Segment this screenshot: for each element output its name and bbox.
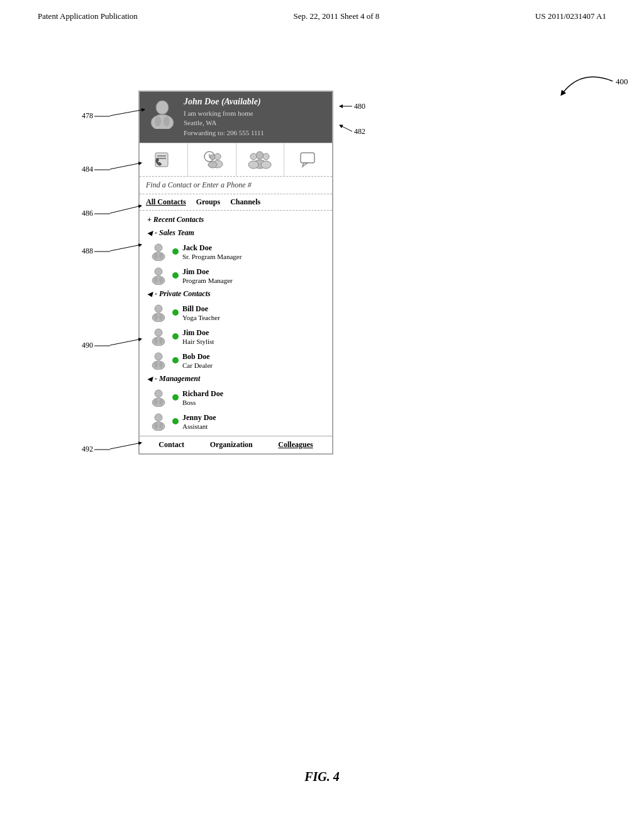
status-dot-richard: [172, 394, 179, 401]
svg-point-11: [214, 153, 221, 160]
group-private-contacts[interactable]: ◀ - Private Contacts: [140, 287, 332, 301]
contact-info-jack: Jack Doe Sr. Program Manager: [182, 243, 242, 260]
status-line-2: Seattle, WA: [184, 118, 326, 128]
contact-jack-doe[interactable]: Jack Doe Sr. Program Manager: [140, 240, 332, 263]
svg-point-34: [159, 314, 163, 320]
svg-line-54: [340, 125, 352, 131]
contact-title-bob: Car Dealer: [182, 362, 213, 369]
ref-400-arrow: 400: [531, 62, 631, 113]
svg-point-13: [210, 155, 215, 160]
svg-line-57: [110, 206, 142, 213]
contact-name-jim-sales: Jim Doe: [182, 267, 233, 277]
contact-jenny-avatar: [148, 411, 169, 431]
svg-point-4: [164, 116, 170, 126]
recent-contacts-icon[interactable]: [188, 143, 236, 176]
svg-point-17: [250, 153, 257, 160]
person-icon-jim-private: [149, 327, 168, 346]
contact-info-richard: Richard Doe Boss: [182, 389, 223, 406]
svg-point-39: [155, 353, 162, 360]
speech-bubble-icon: [299, 150, 318, 169]
contact-jim-avatar-private: [148, 326, 169, 346]
person-icon-richard: [149, 388, 168, 407]
svg-point-35: [155, 329, 162, 336]
group-management-arrow: ◀: [147, 375, 152, 382]
contact-info-jenny: Jenny Doe Assistant: [182, 413, 216, 430]
svg-point-45: [154, 399, 158, 405]
contact-bill-avatar: [148, 302, 169, 323]
svg-point-2: [151, 114, 174, 129]
ref-492-label: 492: [82, 445, 93, 453]
group-sales-team[interactable]: ◀ - Sales Team: [140, 226, 332, 240]
contacts-tabs-row: All Contacts Groups Channels: [140, 194, 332, 211]
svg-point-44: [152, 398, 165, 407]
contact-title-jack: Sr. Program Manager: [182, 253, 242, 260]
bottom-tab-colleagues[interactable]: Colleagues: [278, 440, 313, 450]
contact-jack-avatar: [148, 241, 169, 262]
group-management[interactable]: ◀ - Management: [140, 372, 332, 385]
group-sales-label: - Sales Team: [155, 228, 194, 238]
group-private-arrow: ◀: [147, 290, 152, 297]
contact-title-jenny: Assistant: [182, 423, 216, 430]
patent-left: Patent Application Publication: [38, 11, 138, 21]
status-dot-jenny: [172, 418, 179, 424]
contact-title-jim-sales: Program Manager: [182, 277, 233, 284]
user-name: John Doe (Available): [184, 97, 326, 107]
person-icon-jenny: [149, 412, 168, 431]
contact-jim-doe-sales[interactable]: Jim Doe Program Manager: [140, 263, 332, 287]
status-dot-jim-private: [172, 333, 179, 340]
group-sales-arrow: ◀: [147, 230, 152, 236]
contact-name-bob: Bob Doe: [182, 352, 213, 362]
person-icon-bob: [149, 351, 168, 370]
svg-point-30: [159, 277, 163, 283]
patent-right: US 2011/0231407 A1: [535, 11, 606, 21]
group-recent-contacts[interactable]: + Recent Contacts: [140, 213, 332, 226]
telephone-icon: [154, 150, 173, 169]
svg-point-27: [155, 268, 162, 275]
figure-label: FIG. 4: [0, 770, 644, 784]
group-people-icon: [247, 150, 272, 169]
contact-richard-doe[interactable]: Richard Doe Boss: [140, 385, 332, 409]
phone-frame: John Doe (Available) I am working from h…: [138, 91, 333, 455]
status-dot-bill: [172, 309, 179, 316]
search-label: Find a Contact or Enter a Phone #: [146, 180, 252, 189]
bottom-tab-contact[interactable]: Contact: [158, 440, 184, 450]
contact-jim-doe-private[interactable]: Jim Doe Hair Stylist: [140, 324, 332, 348]
contact-richard-avatar: [148, 387, 169, 407]
svg-point-41: [154, 362, 158, 368]
svg-point-32: [152, 313, 165, 322]
contact-bill-doe[interactable]: Bill Doe Yoga Teacher: [140, 301, 332, 324]
contact-name-bill: Bill Doe: [182, 304, 220, 314]
bottom-tab-organization[interactable]: Organization: [210, 440, 253, 450]
patent-center: Sep. 22, 2011 Sheet 4 of 8: [294, 11, 380, 21]
tab-channels[interactable]: Channels: [230, 197, 260, 207]
contact-info-jim-sales: Jim Doe Program Manager: [182, 267, 233, 284]
phone-action-icon[interactable]: [140, 143, 188, 176]
ref-480-label: 480: [354, 102, 365, 111]
chat-icon-cell[interactable]: [284, 143, 332, 176]
svg-point-36: [152, 337, 165, 346]
svg-point-49: [154, 423, 158, 429]
patent-header: Patent Application Publication Sep. 22, …: [0, 0, 644, 21]
groups-icon[interactable]: [236, 143, 285, 176]
ref-484-label: 484: [82, 165, 93, 174]
contact-name-richard: Richard Doe: [182, 389, 223, 399]
contact-bob-doe[interactable]: Bob Doe Car Dealer: [140, 348, 332, 372]
contact-jenny-doe[interactable]: Jenny Doe Assistant: [140, 409, 332, 433]
header-text-block: John Doe (Available) I am working from h…: [184, 97, 326, 138]
status-dot-jack: [172, 248, 179, 255]
svg-point-31: [155, 305, 162, 313]
svg-point-19: [263, 153, 269, 160]
search-bar[interactable]: Find a Contact or Enter a Phone #: [140, 177, 332, 194]
svg-point-47: [155, 414, 162, 421]
tab-groups[interactable]: Groups: [196, 197, 220, 207]
svg-point-15: [256, 152, 264, 159]
group-recent-label: + Recent Contacts: [147, 215, 204, 224]
contact-name-jack: Jack Doe: [182, 243, 242, 253]
contact-info-bill: Bill Doe Yoga Teacher: [182, 304, 220, 321]
tab-all-contacts[interactable]: All Contacts: [146, 197, 186, 207]
ref-482-label: 482: [354, 127, 365, 136]
ref-488-label: 488: [82, 246, 93, 255]
svg-point-50: [159, 423, 163, 429]
svg-text:400: 400: [616, 77, 628, 86]
ref-490-label: 490: [82, 341, 93, 350]
